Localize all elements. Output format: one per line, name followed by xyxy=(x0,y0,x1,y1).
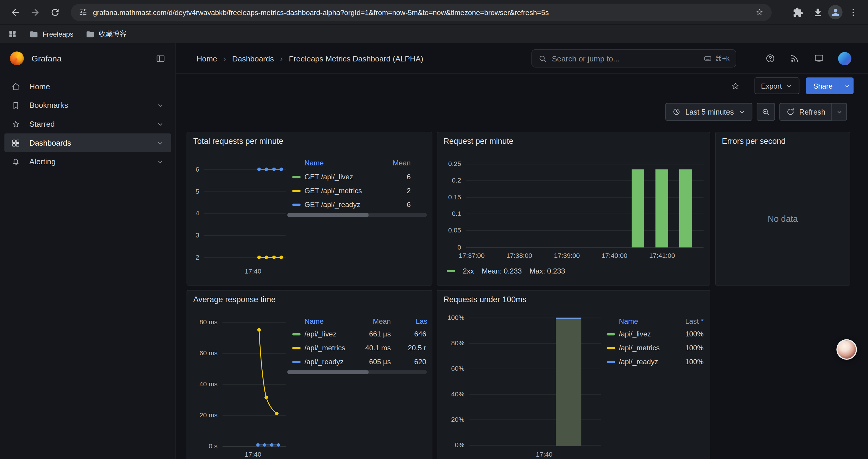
bar-100pct xyxy=(556,318,581,446)
refresh-button[interactable]: Refresh xyxy=(779,103,832,121)
legend-row: /api/_livez 100% xyxy=(607,329,704,340)
user-avatar[interactable] xyxy=(838,52,851,65)
extensions-button[interactable] xyxy=(788,3,807,22)
browser-profile-button[interactable] xyxy=(828,5,843,20)
gridline xyxy=(469,343,601,344)
legend-col-last[interactable]: Las xyxy=(416,317,427,326)
address-bar[interactable] xyxy=(71,4,772,21)
legend-col-name[interactable]: Name xyxy=(305,159,324,167)
panel-request-per-minute: Request per minute 0.25 0.2 0.15 0.1 0.0… xyxy=(437,132,710,286)
legend-scrollbar[interactable] xyxy=(287,370,427,374)
series-mean-value: 6 xyxy=(407,200,411,208)
sidebar-item-starred[interactable]: Starred xyxy=(4,114,171,133)
series-label[interactable]: GET /api/_readyz xyxy=(305,200,361,208)
x-tick: 17:39:00 xyxy=(549,252,585,260)
y-tick: 40 ms xyxy=(187,380,217,388)
legend-table: Name Last * /api/_livez 100% /api/_metri… xyxy=(607,317,704,379)
legend-col-mean[interactable]: Mean xyxy=(393,159,411,167)
breadcrumb-dashboards[interactable]: Dashboards xyxy=(232,54,274,63)
legend-col-last[interactable]: Last * xyxy=(685,317,704,326)
search-box[interactable]: ⌘+k xyxy=(531,49,736,68)
legend-scrollbar[interactable] xyxy=(287,213,427,217)
series-label[interactable]: /api/_metrics xyxy=(305,344,345,352)
reload-button[interactable] xyxy=(45,3,64,22)
chevron-down-icon[interactable] xyxy=(156,138,164,147)
legend-scrollbar-thumb[interactable] xyxy=(287,370,368,374)
header-icons xyxy=(765,43,851,73)
legend-scrollbar-thumb[interactable] xyxy=(287,213,368,217)
share-dropdown-button[interactable] xyxy=(840,77,854,94)
y-tick: 0.1 xyxy=(437,210,461,218)
sidebar-item-bookmarks[interactable]: Bookmarks xyxy=(4,96,171,114)
news-rss-icon[interactable] xyxy=(789,53,800,64)
screencast-monitor-icon[interactable] xyxy=(814,53,824,64)
series-label[interactable]: GET /api/_livez xyxy=(305,173,353,181)
gridline xyxy=(469,394,601,395)
export-button[interactable]: Export xyxy=(754,77,800,94)
legend-col-name[interactable]: Name xyxy=(619,317,638,326)
series-color-swatch xyxy=(447,270,455,272)
panel-title[interactable]: Errors per second xyxy=(722,137,785,145)
sidebar-item-dashboards[interactable]: Dashboards xyxy=(4,133,171,153)
zoom-out-button[interactable] xyxy=(756,103,775,121)
series-label[interactable]: 2xx xyxy=(463,267,474,275)
search-input[interactable] xyxy=(552,54,699,63)
legend-col-name[interactable]: Name xyxy=(305,317,324,326)
series-label[interactable]: /api/_readyz xyxy=(619,357,658,366)
chevron-down-icon[interactable] xyxy=(156,120,164,128)
y-tick: 60 ms xyxy=(187,349,217,357)
time-controls: Last 5 minutes Refresh xyxy=(665,103,847,121)
forward-button[interactable] xyxy=(25,3,44,22)
chevron-down-icon[interactable] xyxy=(156,101,164,109)
clock-icon xyxy=(672,107,681,116)
y-tick: 0.15 xyxy=(437,193,461,201)
sidebar-toggle-button[interactable] xyxy=(156,54,166,64)
reload-icon xyxy=(50,7,60,18)
y-tick: 20% xyxy=(437,416,464,423)
favorite-star-button[interactable] xyxy=(731,81,740,90)
shortcut-label: ⌘+k xyxy=(715,54,730,63)
panel-requests-under-100ms: Requests under 100ms 100% 80% 60% 40% 20… xyxy=(437,290,710,459)
kebab-menu-icon xyxy=(848,7,859,18)
series-label[interactable]: /api/_livez xyxy=(305,330,337,338)
y-tick: 6 xyxy=(187,165,199,173)
dashboards-grid-icon xyxy=(11,138,20,147)
downloads-button[interactable] xyxy=(808,3,827,22)
floating-assistant-avatar[interactable] xyxy=(836,339,857,360)
series-mean-value: 661 µs xyxy=(369,330,391,338)
help-icon[interactable] xyxy=(765,53,776,64)
sidebar-item-label: Starred xyxy=(29,120,55,129)
sidebar-item-alerting[interactable]: Alerting xyxy=(4,152,171,171)
bookmark-folder-blogs[interactable]: 收藏博客 xyxy=(86,29,127,39)
panel-title[interactable]: Requests under 100ms xyxy=(443,295,526,304)
panel-title[interactable]: Request per minute xyxy=(443,137,514,145)
legend-row: /api/_metrics 40.1 ms 20.5 r xyxy=(287,342,427,354)
site-settings-icon[interactable] xyxy=(79,8,88,17)
refresh-interval-dropdown[interactable] xyxy=(832,103,847,121)
panel-title[interactable]: Average response time xyxy=(193,295,276,304)
bookmark-folder-freeleaps[interactable]: Freeleaps xyxy=(29,30,73,38)
sidebar-item-home[interactable]: Home xyxy=(4,77,171,96)
download-icon xyxy=(812,7,823,18)
series-label[interactable]: /api/_livez xyxy=(619,330,651,338)
series-label[interactable]: GET /api/_metrics xyxy=(305,186,362,195)
share-button[interactable]: Share xyxy=(806,77,840,94)
back-button[interactable] xyxy=(6,3,25,22)
search-icon xyxy=(538,54,547,63)
chevron-down-icon[interactable] xyxy=(156,157,164,166)
panel-title[interactable]: Total requests per minute xyxy=(193,137,283,145)
legend-col-mean[interactable]: Mean xyxy=(373,317,391,326)
sidebar: Grafana Home Bookmarks Starred xyxy=(0,43,176,459)
bookmark-star-icon[interactable] xyxy=(755,8,764,17)
grafana-logo-icon[interactable] xyxy=(10,52,24,65)
series-label[interactable]: /api/_metrics xyxy=(619,344,660,352)
folder-icon xyxy=(29,30,38,38)
time-range-picker[interactable]: Last 5 minutes xyxy=(665,103,752,121)
apps-grid-icon[interactable] xyxy=(8,29,17,39)
browser-menu-button[interactable] xyxy=(844,3,863,22)
breadcrumb-home[interactable]: Home xyxy=(196,54,217,63)
series-color-swatch xyxy=(292,333,301,335)
series-label[interactable]: /api/_readyz xyxy=(305,357,344,366)
main-area: Home › Dashboards › Freeleaps Metrics Da… xyxy=(176,43,868,459)
url-input[interactable] xyxy=(93,8,749,16)
